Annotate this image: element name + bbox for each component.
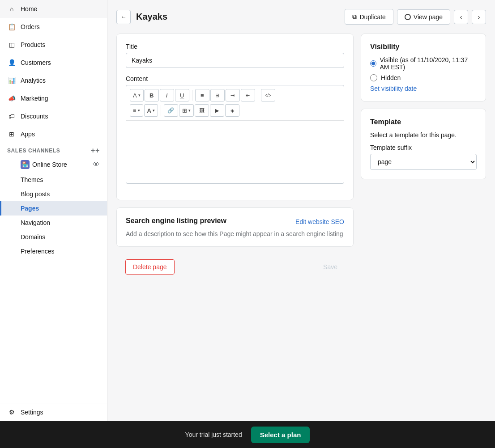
image-icon: 🖼 — [199, 107, 205, 114]
page-content-card: Title Content A ▾ — [116, 34, 354, 200]
view-icon — [405, 14, 411, 20]
sidebar-label-orders: Orders — [21, 23, 40, 30]
code-button[interactable]: </> — [261, 89, 275, 101]
store-icon: 🏪 — [21, 160, 30, 169]
page-title: Kayaks — [136, 12, 167, 22]
title-input[interactable] — [126, 53, 344, 68]
duplicate-button[interactable]: ⧉ Duplicate — [345, 9, 393, 25]
video-button[interactable]: ▶ — [210, 104, 224, 117]
seo-description: Add a description to see how this Page m… — [126, 230, 344, 237]
template-card: Template Select a template for this page… — [361, 109, 486, 179]
toolbar-row-2: ≡ ▾ A ▾ 🔗 — [130, 104, 340, 117]
next-icon: › — [478, 13, 480, 21]
underline-button[interactable]: U — [175, 89, 189, 101]
sidebar-item-marketing[interactable]: 📣Marketing — [0, 89, 107, 107]
header-left: ← Kayaks — [116, 10, 167, 24]
sidebar-item-orders[interactable]: 📋Orders — [0, 18, 107, 36]
marketing-icon: 📣 — [7, 94, 16, 103]
content-main: Title Content A ▾ — [116, 34, 354, 280]
visible-radio[interactable] — [370, 60, 376, 67]
hidden-label: Hidden — [381, 74, 401, 81]
sales-channels-heading: SALES CHANNELS + — [0, 143, 107, 156]
editor-toolbar: A ▾ B I U — [126, 85, 344, 121]
content-group: Content A ▾ B — [126, 75, 344, 184]
hidden-option[interactable]: Hidden — [370, 74, 477, 81]
eye-icon[interactable]: 👁 — [93, 161, 100, 169]
tag-button[interactable]: ◈ — [225, 104, 239, 117]
sidebar-item-products[interactable]: ◫Products — [0, 36, 107, 54]
edit-seo-link[interactable]: Edit website SEO — [295, 218, 344, 225]
sidebar-item-discounts[interactable]: 🏷Discounts — [0, 107, 107, 125]
visible-option[interactable]: Visible (as of 11/10/2020, 11:37 AM EST) — [370, 56, 477, 71]
image-button[interactable]: 🖼 — [195, 104, 209, 117]
prev-button[interactable]: ‹ — [454, 10, 468, 24]
color-dropdown: ▾ — [153, 108, 155, 113]
next-button[interactable]: › — [472, 10, 486, 24]
sidebar-item-analytics[interactable]: 📊Analytics — [0, 72, 107, 89]
ul-button[interactable]: ≡ — [195, 89, 209, 101]
back-icon: ← — [120, 13, 126, 20]
discounts-icon: 🏷 — [7, 112, 16, 121]
table-button[interactable]: ⊞ ▾ — [179, 104, 194, 117]
hidden-radio[interactable] — [370, 74, 377, 81]
visible-label: Visible (as of 11/10/2020, 11:37 AM EST) — [380, 56, 477, 71]
save-button[interactable]: Save — [316, 260, 345, 274]
outdent-button[interactable]: ⇤ — [241, 89, 255, 101]
footer-actions: Delete page Save — [116, 254, 354, 280]
ol-button[interactable]: ⊟ — [210, 89, 225, 101]
underline-icon: U — [180, 92, 184, 99]
italic-icon: I — [166, 92, 168, 99]
italic-button[interactable]: I — [160, 89, 174, 101]
sidebar-settings-label: Settings — [21, 409, 43, 416]
products-icon: ◫ — [7, 40, 16, 49]
duplicate-icon: ⧉ — [352, 13, 357, 21]
sidebar-sub-item-pages[interactable]: Pages — [0, 201, 107, 216]
align-button[interactable]: ≡ ▾ — [130, 104, 143, 117]
back-button[interactable]: ← — [116, 10, 131, 24]
link-button[interactable]: 🔗 — [164, 104, 178, 117]
font-color-button[interactable]: A ▾ — [144, 104, 158, 117]
bold-icon: B — [149, 92, 154, 99]
select-plan-button[interactable]: Select a plan — [251, 427, 310, 443]
visibility-options: Visible (as of 11/10/2020, 11:37 AM EST)… — [370, 56, 477, 81]
sidebar-sub-item-navigation[interactable]: Navigation — [0, 216, 107, 230]
bold-button[interactable]: B — [145, 89, 159, 101]
add-channel-icon[interactable]: + — [91, 147, 100, 155]
content-sidebar: Visibility Visible (as of 11/10/2020, 11… — [361, 34, 486, 280]
format-dropdown-icon: ▾ — [138, 93, 141, 97]
indent-button[interactable]: ⇥ — [226, 89, 240, 101]
orders-icon: 📋 — [7, 22, 16, 31]
template-suffix-select[interactable]: page page.contact page.faq — [370, 154, 477, 170]
template-title: Template — [370, 118, 477, 126]
title-label: Title — [126, 43, 344, 50]
main-content: ← Kayaks ⧉ Duplicate View page ‹ › — [107, 0, 495, 421]
sidebar-sub-item-preferences[interactable]: Preferences — [0, 244, 107, 258]
delete-page-button[interactable]: Delete page — [125, 259, 175, 275]
rich-text-editor[interactable]: A ▾ B I U — [126, 85, 344, 184]
sidebar-item-home[interactable]: ⌂Home — [0, 0, 107, 18]
sidebar-item-customers[interactable]: 👤Customers — [0, 54, 107, 72]
apps-icon: ⊞ — [7, 130, 16, 139]
analytics-icon: 📊 — [7, 76, 16, 85]
seo-card: Search engine listing preview Edit websi… — [116, 207, 354, 247]
sidebar-sub-item-themes[interactable]: Themes — [0, 173, 107, 187]
sidebar-sub-item-blog-posts[interactable]: Blog posts — [0, 187, 107, 201]
settings-icon: ⚙ — [7, 408, 16, 417]
ol-icon: ⊟ — [215, 93, 219, 98]
trial-bar: Your trial just started Select a plan — [0, 421, 495, 448]
format-text-button[interactable]: A ▾ — [130, 89, 144, 101]
view-page-button[interactable]: View page — [397, 9, 450, 25]
sidebar-label-apps: Apps — [21, 131, 35, 138]
visibility-card: Visibility Visible (as of 11/10/2020, 11… — [361, 34, 486, 101]
template-suffix-label: Template suffix — [370, 144, 477, 151]
sidebar-item-settings[interactable]: ⚙ Settings — [0, 403, 107, 421]
sidebar-item-apps[interactable]: ⊞Apps — [0, 125, 107, 143]
sidebar-sub-item-domains[interactable]: Domains — [0, 230, 107, 244]
home-icon: ⌂ — [7, 4, 16, 13]
table-dropdown: ▾ — [188, 108, 191, 113]
editor-content[interactable] — [126, 121, 344, 183]
sidebar-label-analytics: Analytics — [21, 77, 46, 84]
sidebar-item-online-store[interactable]: 🏪 Online Store 👁 — [0, 156, 107, 173]
toolbar-divider-1 — [192, 90, 192, 101]
set-visibility-date-link[interactable]: Set visibility date — [370, 85, 477, 92]
